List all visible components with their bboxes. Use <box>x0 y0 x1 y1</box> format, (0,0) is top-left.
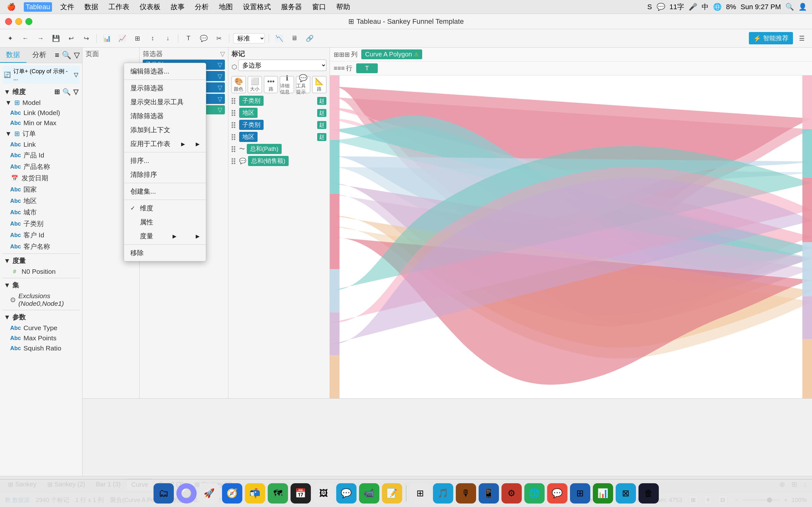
toolbar-highlight-btn[interactable]: ✂ <box>212 33 225 44</box>
drag-handle-2[interactable] <box>232 110 237 116</box>
dim-product-id[interactable]: Abc 产品 Id <box>8 150 80 161</box>
toolbar-forward-btn[interactable]: → <box>34 33 47 44</box>
drag-handle-4[interactable] <box>232 134 237 140</box>
param-curve-type[interactable]: Abc Curve Type <box>8 323 80 333</box>
dock-messages[interactable]: 💬 <box>336 483 357 504</box>
ctx-remove[interactable]: 移除 <box>124 246 206 260</box>
dock-calendar[interactable]: 📅 <box>291 483 311 504</box>
menu-window[interactable]: 窗口 <box>310 2 328 12</box>
param-max-points[interactable]: Abc Max Points <box>8 333 80 343</box>
dim-product-name[interactable]: Abc 产品名称 <box>8 161 80 172</box>
dimensions-search-icon[interactable]: 🔍 <box>62 88 71 96</box>
menu-chat-icon[interactable]: 💬 <box>657 3 665 11</box>
dim-link[interactable]: Abc Link <box>8 139 80 150</box>
filter-pill-dropdown-icon[interactable]: ▽ <box>217 61 222 68</box>
color-btn[interactable]: 🎨 颜色 <box>232 76 246 93</box>
drag-handle-6[interactable] <box>232 158 237 164</box>
sets-toggle[interactable]: ▼ 集 <box>3 279 80 291</box>
dock-podcast[interactable]: 🎙 <box>456 483 476 504</box>
dock-apps[interactable]: 📱 <box>478 483 499 504</box>
maximize-button[interactable] <box>26 18 32 25</box>
toolbar-undo-btn[interactable]: ↩ <box>65 33 78 44</box>
search-icon[interactable]: 🔍 <box>62 51 71 60</box>
dock-facetime[interactable]: 📹 <box>359 483 379 504</box>
list-icon[interactable]: ≡ <box>55 51 59 60</box>
menu-tableau[interactable]: Tableau <box>24 2 52 12</box>
subscription-dropdown-icon[interactable]: ▽ <box>74 71 78 78</box>
toolbar-fix-btn[interactable]: 📉 <box>273 33 286 44</box>
dock-weixin[interactable]: 💬 <box>547 483 567 504</box>
tooltip-btn[interactable]: 💬 工具提示 <box>296 76 310 93</box>
dock-tableau-2[interactable]: ⊞ <box>570 483 590 504</box>
marks-pill-region-label-1[interactable]: 地区 <box>239 108 258 118</box>
menu-search-icon[interactable]: 🔍 <box>785 3 794 11</box>
size-btn[interactable]: ⬜ 大小 <box>248 76 262 93</box>
ctx-create-set[interactable]: 创建集... <box>124 184 206 199</box>
dock-trash[interactable]: 🗑 <box>639 483 659 504</box>
ctx-sort[interactable]: 排序... <box>124 154 206 168</box>
dock-tableau[interactable]: ⊞ <box>410 483 430 504</box>
toolbar-bar-btn[interactable]: 📈 <box>116 33 129 44</box>
toolbar-sort-desc-btn[interactable]: ↓ <box>161 33 174 44</box>
col-pill[interactable]: Curve A Polygon ⚠ <box>361 49 422 59</box>
menu-analysis[interactable]: 分析 <box>193 2 211 12</box>
dim-customer-name[interactable]: Abc 客户名称 <box>8 241 80 252</box>
marks-pill-subcategory-label-2[interactable]: 子类别 <box>239 120 264 130</box>
filter-pill-5-dropdown[interactable]: ▽ <box>217 106 222 113</box>
ctx-add-context[interactable]: 添加到上下文 <box>124 123 206 137</box>
tab-analysis[interactable]: 分析 <box>26 48 53 63</box>
drag-handle-1[interactable] <box>232 98 237 104</box>
drag-handle-5[interactable] <box>232 146 237 152</box>
dim-country[interactable]: Abc 国家 <box>8 184 80 195</box>
ctx-dimension[interactable]: ✓ 维度 <box>124 201 206 215</box>
close-button[interactable] <box>5 18 12 25</box>
dropdown-icon[interactable]: ▽ <box>74 51 80 60</box>
menu-help[interactable]: 帮助 <box>334 2 352 12</box>
marks-pill-path-label[interactable]: 总和(Path) <box>247 144 282 154</box>
ctx-show-filter[interactable]: 显示筛选器 <box>124 81 206 95</box>
dock-tableau-3[interactable]: ⊠ <box>616 483 636 504</box>
viz-area[interactable] <box>330 75 812 398</box>
dock-maps[interactable]: 🗺 <box>268 483 288 504</box>
menu-worksheet[interactable]: 工作表 <box>107 2 131 12</box>
ctx-measure[interactable]: 度量 ▶ <box>124 229 206 243</box>
marks-pill-sales-label[interactable]: 总和(销售额) <box>248 156 289 166</box>
dim-min-or-max[interactable]: Abc Min or Max <box>8 118 80 128</box>
dock-settings[interactable]: ⚙ <box>502 483 522 504</box>
filter-dropdown-icon[interactable]: ▽ <box>220 50 225 58</box>
toolbar-label-btn[interactable]: T <box>182 33 195 44</box>
param-squish-ratio[interactable]: Abc Squish Ratio <box>8 343 80 353</box>
dim-customer-id[interactable]: Abc 客户 Id <box>8 229 80 241</box>
tab-data[interactable]: 数据 <box>0 48 26 63</box>
menu-file[interactable]: 文件 <box>58 2 76 12</box>
dock-music[interactable]: 🎵 <box>433 483 453 504</box>
detail-btn[interactable]: ℹ 详细信息 <box>280 76 294 93</box>
standard-select[interactable]: 标准 <box>233 33 265 43</box>
menu-dashboard[interactable]: 仪表板 <box>138 2 162 12</box>
filter-pill-2-dropdown[interactable]: ▽ <box>217 72 222 80</box>
menu-server[interactable]: 服务器 <box>279 2 304 12</box>
toolbar-home-btn[interactable]: ✦ <box>4 33 16 44</box>
dim-subcategory[interactable]: Abc 子类别 <box>8 218 80 229</box>
params-toggle[interactable]: ▼ 参数 <box>3 312 80 323</box>
dimensions-toggle[interactable]: ▼ 维度 ⊞ 🔍 ▽ <box>3 86 80 98</box>
apple-menu[interactable]: 🍎 <box>5 2 17 12</box>
toolbar-save-btn[interactable]: 💾 <box>49 33 62 44</box>
dock-excel[interactable]: 📊 <box>593 483 613 504</box>
menu-story[interactable]: 故事 <box>169 2 187 12</box>
dock-chrome[interactable]: 🌐 <box>524 483 545 504</box>
ctx-apply-worksheet[interactable]: 应用于工作表 ▶ <box>124 137 206 151</box>
dim-city[interactable]: Abc 城市 <box>8 207 80 218</box>
menu-map[interactable]: 地图 <box>217 2 235 12</box>
toolbar-chart-btn[interactable]: 📊 <box>101 33 113 44</box>
dock-siri[interactable]: ⚪ <box>176 483 197 504</box>
dock-photos[interactable]: 🖼 <box>313 483 334 504</box>
meas-n0-position[interactable]: # N0 Position <box>8 267 80 277</box>
toolbar-more-btn[interactable]: ☰ <box>796 33 808 44</box>
filter-pill-4-dropdown[interactable]: ▽ <box>217 95 222 103</box>
menu-mic-icon[interactable]: 🎤 <box>689 3 697 11</box>
drag-handle-3[interactable] <box>232 122 237 128</box>
toolbar-share-btn[interactable]: 🔗 <box>303 33 316 44</box>
toolbar-sort-asc-btn[interactable]: ↕ <box>146 33 159 44</box>
ctx-clear-filter[interactable]: 清除筛选器 <box>124 109 206 123</box>
